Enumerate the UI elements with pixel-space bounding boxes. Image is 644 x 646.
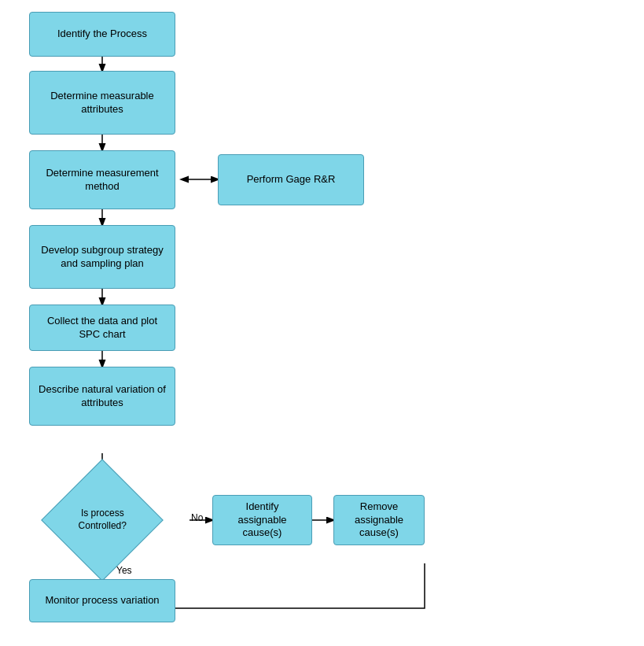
monitor-label: Monitor process variation	[45, 594, 159, 607]
yes-label: Yes	[116, 565, 132, 576]
describe-box: Describe natural variation of attributes	[29, 367, 175, 426]
determine-attr-label: Determine measurable attributes	[38, 90, 167, 116]
diamond-label: Is process Controlled?	[67, 508, 138, 532]
identify-box: Identify the Process	[29, 12, 175, 57]
determine-attr-box: Determine measurable attributes	[29, 71, 175, 135]
determine-method-label: Determine measurement method	[38, 167, 167, 194]
subgroup-label: Develop subgroup strategy and sampling p…	[38, 244, 167, 271]
no-label: No	[191, 512, 203, 523]
monitor-box: Monitor process variation	[29, 579, 175, 622]
flowchart: Identify the Process Determine measurabl…	[0, 0, 644, 646]
assignable-label: Identify assignable cause(s)	[221, 500, 304, 541]
collect-box: Collect the data and plot SPC chart	[29, 305, 175, 351]
identify-label: Identify the Process	[57, 28, 147, 41]
determine-method-box: Determine measurement method	[29, 150, 175, 209]
diamond-shape: Is process Controlled?	[41, 459, 164, 581]
subgroup-box: Develop subgroup strategy and sampling p…	[29, 225, 175, 289]
collect-label: Collect the data and plot SPC chart	[38, 315, 167, 341]
gage-label: Perform Gage R&R	[247, 173, 336, 186]
remove-box: Remove assignable cause(s)	[333, 495, 425, 545]
gage-box: Perform Gage R&R	[218, 154, 364, 205]
remove-label: Remove assignable cause(s)	[342, 500, 416, 541]
describe-label: Describe natural variation of attributes	[38, 383, 167, 410]
assignable-box: Identify assignable cause(s)	[212, 495, 312, 545]
